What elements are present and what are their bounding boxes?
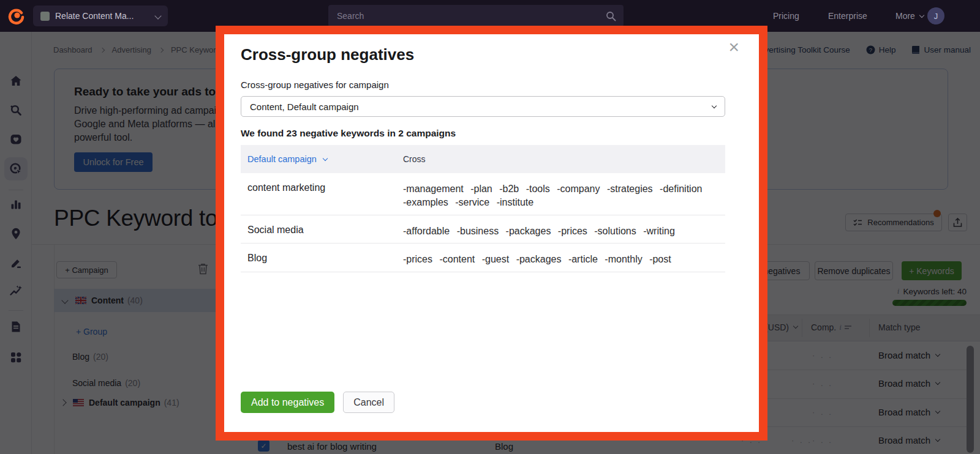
- chevron-down-icon: [919, 12, 924, 17]
- column-cross: Cross: [396, 154, 725, 164]
- chevron-down-icon: [712, 103, 717, 108]
- modal-footer: Add to negatives Cancel: [241, 392, 394, 413]
- column-default-campaign[interactable]: Default campaign: [241, 154, 396, 165]
- negatives-row: Blog -prices -content -guest -packages -…: [241, 244, 725, 272]
- user-avatar[interactable]: J: [927, 7, 944, 24]
- chevron-down-icon: [154, 12, 161, 19]
- global-search: [328, 5, 624, 27]
- app: { "topbar": { "project": "Relate Content…: [0, 0, 980, 454]
- add-to-negatives-button[interactable]: Add to negatives: [241, 392, 334, 413]
- group-name-cell: content marketing: [241, 173, 396, 193]
- campaign-select[interactable]: Content, Default campaign: [241, 96, 725, 117]
- group-name-cell: Social media: [241, 215, 396, 236]
- summary-text: We found 23 negative keywords in 2 campa…: [241, 128, 456, 139]
- negatives-cell: -prices -content -guest -packages -artic…: [396, 244, 725, 274]
- negatives-row: content marketing -management -plan -b2b…: [241, 173, 725, 215]
- nav-enterprise[interactable]: Enterprise: [828, 11, 867, 21]
- project-switcher[interactable]: Relate Content Ma...: [33, 6, 168, 26]
- campaign-select-label: Cross-group negatives for campaign: [241, 80, 389, 90]
- project-name: Relate Content Ma...: [55, 11, 134, 21]
- chevron-down-icon: [323, 156, 328, 161]
- modal-title: Cross-group negatives: [241, 45, 414, 64]
- cross-group-negatives-modal: × Cross-group negatives Cross-group nega…: [216, 26, 767, 441]
- negatives-row: Social media -affordable -business -pack…: [241, 215, 725, 244]
- close-icon[interactable]: ×: [728, 38, 739, 56]
- semrush-logo-icon[interactable]: [7, 7, 24, 24]
- cancel-button[interactable]: Cancel: [343, 392, 394, 413]
- search-icon[interactable]: [606, 11, 616, 21]
- global-search-input[interactable]: [328, 11, 606, 21]
- negatives-cell: -affordable -business -packages -prices …: [396, 215, 725, 246]
- negatives-table: Default campaign Cross content marketing…: [241, 145, 725, 272]
- negatives-table-header: Default campaign Cross: [241, 145, 725, 173]
- group-name-cell: Blog: [241, 244, 396, 264]
- nav-pricing[interactable]: Pricing: [773, 11, 799, 21]
- negatives-cell: -management -plan -b2b -tools -company -…: [396, 173, 725, 217]
- project-icon: [40, 12, 50, 21]
- nav-more[interactable]: More: [895, 11, 924, 21]
